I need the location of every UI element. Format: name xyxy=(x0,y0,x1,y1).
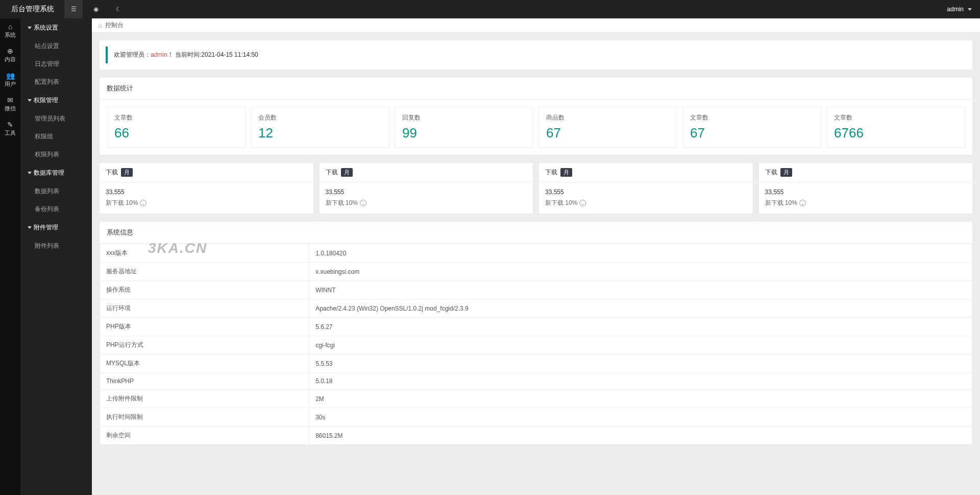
brand-title: 后台管理系统 xyxy=(5,5,60,14)
topbar-left: 后台管理系统 ☰ ◉ ☾ xyxy=(5,0,128,18)
globe-icon: ◉ xyxy=(93,6,99,13)
top-bar: 后台管理系统 ☰ ◉ ☾ admin xyxy=(0,0,980,18)
menu-toggle-button[interactable]: ☰ xyxy=(64,0,83,18)
chevron-down-icon xyxy=(968,8,972,11)
globe-button[interactable]: ◉ xyxy=(87,0,105,18)
moon-icon: ☾ xyxy=(116,6,121,13)
user-menu[interactable]: admin xyxy=(947,6,975,13)
dark-mode-button[interactable]: ☾ xyxy=(109,0,128,18)
hamburger-icon: ☰ xyxy=(71,6,77,13)
user-name: admin xyxy=(947,6,964,13)
